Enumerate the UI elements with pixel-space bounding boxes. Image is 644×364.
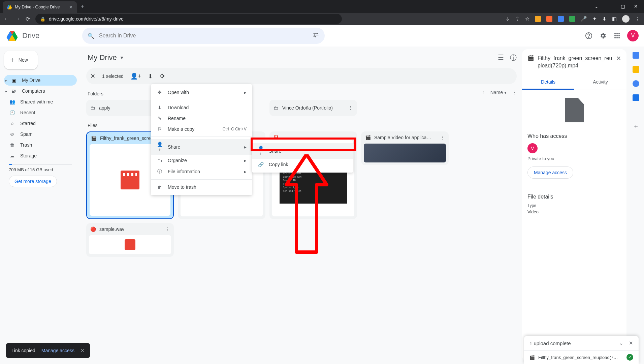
side-panel-icon[interactable]: ◧ [612,16,617,22]
extension-icon[interactable] [558,16,564,22]
access-status: Private to you [522,155,626,162]
ctx-share[interactable]: 👤+ Share ▶ [151,139,252,155]
reload-button[interactable]: ⟳ [26,16,30,22]
contacts-app-icon[interactable] [633,94,639,101]
snackbar-close-icon[interactable]: ✕ [80,348,85,353]
close-window-icon[interactable]: ✕ [634,4,638,9]
submenu-share[interactable]: 👤+ Share [252,143,353,159]
tasks-app-icon[interactable] [633,80,639,87]
share-icon[interactable]: 👤+ [130,72,141,80]
drive-logo-icon [5,30,19,42]
search-input[interactable] [99,33,308,39]
apps-icon[interactable] [613,32,621,40]
chrome-profile-avatar[interactable] [622,15,630,23]
extension-icon[interactable] [546,16,552,22]
sidebar-item-computers[interactable]: ▸ 🖳 Computers [4,86,77,96]
forward-button[interactable]: → [15,16,20,22]
sidebar-item-shared[interactable]: 👥 Shared with me [4,96,77,107]
ctx-download[interactable]: ⬇ Download [151,102,252,113]
upload-item[interactable]: 🎬 Filthy_frank_green_screen_reupload(720… [524,350,639,364]
sidebar-item-storage[interactable]: ☁ Storage [4,150,77,161]
close-upload-icon[interactable]: ✕ [629,340,633,346]
close-details-icon[interactable]: ✕ [616,55,621,62]
ctx-rename[interactable]: ✎ Rename [151,113,252,124]
sort-by-dropdown[interactable]: Name ▾ [490,90,507,95]
computers-icon: 🖳 [10,88,17,94]
add-app-icon[interactable]: + [634,123,638,130]
url-field[interactable]: 🔒 drive.google.com/drive/u/8/my-drive [35,14,342,24]
folder-icon: 🗀 [273,105,278,111]
file-icon [565,98,584,122]
ctx-organize[interactable]: 🗀 Organize ▶ [151,155,252,166]
sidebar-item-my-drive[interactable]: ▸ ▣ My Drive [4,75,77,86]
sidebar-item-spam[interactable]: ⊘ Spam [4,129,77,140]
back-button[interactable]: ← [4,16,9,22]
share-icon: 👤+ [257,146,264,156]
extension-icon[interactable] [569,16,575,22]
account-avatar[interactable]: V [627,30,639,41]
browser-tab[interactable]: My Drive - Google Drive ✕ [3,1,77,13]
downloads-icon[interactable]: ⬇ [602,16,607,22]
tab-close-icon[interactable]: ✕ [69,5,73,10]
ctx-file-info[interactable]: ⓘ File information ▶ [151,166,252,177]
drive-logo-text: Drive [22,31,39,40]
help-icon[interactable] [585,32,593,40]
file-more-icon[interactable]: ⋮ [165,226,170,232]
side-panel-apps: + [628,47,644,364]
extensions-icon[interactable]: ✦ [592,16,597,22]
browser-tab-strip: My Drive - Google Drive ✕ + ⌄ — ▢ ✕ [0,0,644,13]
move-icon[interactable]: ✥ [160,72,165,80]
info-icon[interactable]: ⓘ [510,53,517,62]
breadcrumb[interactable]: My Drive ▼ [86,49,517,66]
search-icon: 🔍 [88,33,94,39]
keep-app-icon[interactable] [633,66,639,73]
download-icon[interactable]: ⬇ [148,72,153,80]
file-more-icon[interactable]: ⋮ [440,135,445,140]
sidebar-item-recent[interactable]: 🕘 Recent [4,107,77,118]
manage-access-button[interactable]: Manage access [527,166,573,179]
sidebar-item-starred[interactable]: ☆ Starred [4,118,77,129]
collapse-upload-icon[interactable]: ⌄ [619,340,623,346]
details-tab[interactable]: Details [522,75,574,90]
my-drive-icon: ▣ [10,78,17,83]
sidebar-item-trash[interactable]: 🗑 Trash [4,140,77,150]
bookmark-icon[interactable]: ☆ [525,16,529,22]
list-view-icon[interactable]: ☰ [498,53,504,62]
submenu-arrow-icon: ▶ [244,145,247,149]
get-storage-button[interactable]: Get more storage [9,176,57,187]
ctx-make-copy[interactable]: ⎘ Make a copy Ctrl+C Ctrl+V [151,124,252,134]
minimize-icon[interactable]: — [607,4,612,9]
file-thumbnail [364,144,446,162]
new-tab-button[interactable]: + [81,3,84,9]
folder-more-icon[interactable]: ⋮ [348,105,353,111]
more-options-icon[interactable]: ⋮ [512,90,517,95]
maximize-icon[interactable]: ▢ [621,4,625,9]
share-page-icon[interactable]: ⇪ [515,16,520,22]
details-filename: Filthy_frank_green_screen_reupload(720p)… [538,55,613,70]
install-icon[interactable]: ⇩ [506,16,510,22]
mic-icon[interactable]: 🎤 [581,16,587,22]
submenu-copy-link[interactable]: 🔗 Copy link [252,159,353,170]
ctx-move-to-trash[interactable]: 🗑 Move to trash [151,182,252,192]
close-selection-icon[interactable]: ✕ [90,72,95,80]
video-type-icon: 🎬 [529,355,535,360]
settings-icon[interactable] [599,32,607,40]
snackbar-action[interactable]: Manage access [41,348,74,353]
search-box[interactable]: 🔍 [82,28,325,44]
calendar-app-icon[interactable] [633,52,639,59]
folder-card[interactable]: 🗀 Vince Ordoña (Portfolio) ⋮ [269,100,357,116]
drive-logo[interactable]: Drive [5,30,79,42]
sort-direction-icon[interactable]: ↑ [483,90,485,95]
chrome-menu-icon[interactable]: ⋮ [635,16,640,22]
selection-toolbar: ✕ 1 selected 👤+ ⬇ ✥ [86,68,517,84]
upload-title: 1 upload complete [529,340,571,346]
tab-dropdown-icon[interactable]: ⌄ [594,4,599,9]
extension-icon[interactable] [535,16,541,22]
owner-avatar: V [527,143,538,153]
file-card-audio[interactable]: 🔴 sample.wav ⋮ [86,223,174,257]
file-card-video[interactable]: 🎬 Sample Video for application ⋮ [361,131,449,165]
new-button[interactable]: + New [4,51,38,69]
ctx-open-with[interactable]: ✥ Open with ▶ [151,87,252,98]
activity-tab[interactable]: Activity [574,75,626,90]
search-options-icon[interactable] [313,32,319,40]
